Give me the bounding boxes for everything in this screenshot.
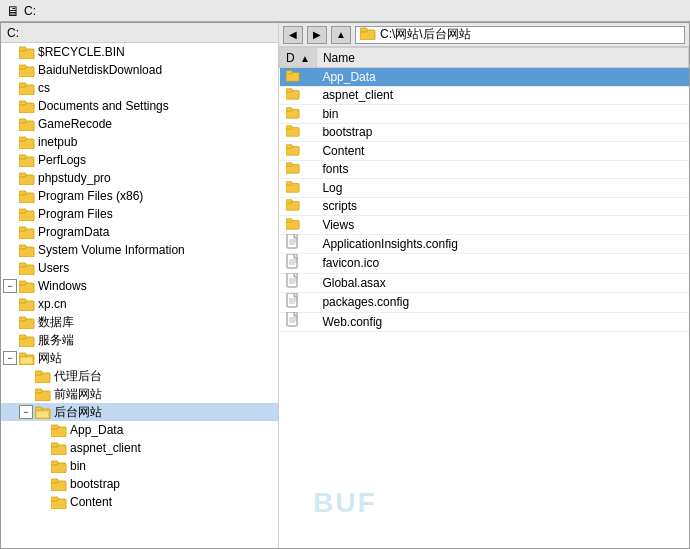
table-row[interactable]: packages.config (280, 293, 689, 313)
table-row[interactable]: Log (280, 179, 689, 198)
svg-rect-9 (19, 119, 26, 123)
tree-item[interactable]: xp.cn (1, 295, 278, 313)
expand-btn[interactable]: − (19, 405, 33, 419)
file-icon (286, 162, 300, 174)
file-icon (286, 294, 300, 306)
tree-item[interactable]: 前端网站 (1, 385, 278, 403)
tree-label: inetpub (38, 135, 77, 149)
tree-item[interactable]: Program Files (1, 205, 278, 223)
file-name-cell: bootstrap (316, 123, 688, 142)
table-row[interactable]: ApplicationInsights.config (280, 234, 689, 254)
tree-item[interactable]: − 后台网站 (1, 403, 278, 421)
folder-closed-icon (19, 136, 35, 148)
expand-btn[interactable]: − (3, 279, 17, 293)
tree-item[interactable]: bin (1, 457, 278, 475)
tree-item[interactable]: System Volume Information (1, 241, 278, 259)
file-icon-cell (280, 142, 317, 161)
file-icon (286, 255, 300, 267)
tree-item[interactable]: aspnet_client (1, 439, 278, 457)
folder-closed-icon (19, 316, 35, 328)
tree-item[interactable]: 数据库 (1, 313, 278, 331)
file-name-cell: Web.config (316, 312, 688, 332)
table-row[interactable]: Web.config (280, 312, 689, 332)
tree-container[interactable]: $RECYCLE.BIN BaiduNetdiskDownload cs Doc… (1, 43, 278, 548)
tree-item[interactable]: 服务端 (1, 331, 278, 349)
col-name[interactable]: Name (316, 48, 688, 68)
folder-closed-icon (19, 298, 35, 310)
tree-item[interactable]: ProgramData (1, 223, 278, 241)
tree-item[interactable]: Program Files (x86) (1, 187, 278, 205)
expand-btn[interactable]: − (3, 351, 17, 365)
tree-label: BaiduNetdiskDownload (38, 63, 162, 77)
tree-item[interactable]: Users (1, 259, 278, 277)
file-icon-cell (280, 86, 317, 105)
table-row[interactable]: Content (280, 142, 689, 161)
tree-label: 代理后台 (54, 368, 102, 385)
tree-item[interactable]: Documents and Settings (1, 97, 278, 115)
svg-rect-43 (36, 411, 49, 418)
tree-label: 数据库 (38, 314, 74, 331)
tree-item[interactable]: BaiduNetdiskDownload (1, 61, 278, 79)
table-row[interactable]: scripts (280, 197, 689, 216)
tree-item[interactable]: 代理后台 (1, 367, 278, 385)
tree-item[interactable]: Content (1, 493, 278, 511)
svg-rect-51 (51, 479, 58, 483)
table-row[interactable]: Views (280, 216, 689, 235)
tree-item[interactable]: inetpub (1, 133, 278, 151)
file-icon (286, 125, 300, 137)
tree-item[interactable]: bootstrap (1, 475, 278, 493)
table-row[interactable]: aspnet_client (280, 86, 689, 105)
file-icon-cell (280, 197, 317, 216)
svg-rect-49 (51, 461, 58, 465)
tree-label: bootstrap (70, 477, 120, 491)
tree-label: Documents and Settings (38, 99, 169, 113)
right-content[interactable]: D ▲ Name App_Data aspnet_client (279, 47, 689, 548)
file-icon (286, 106, 300, 118)
folder-closed-icon (19, 262, 35, 274)
svg-rect-27 (19, 281, 26, 285)
tree-item[interactable]: − Windows (1, 277, 278, 295)
svg-rect-5 (19, 83, 26, 87)
main-container: C: $RECYCLE.BIN BaiduNetdiskDownload cs (0, 22, 690, 549)
file-name-cell: bin (316, 105, 688, 124)
tree-label: ProgramData (38, 225, 109, 239)
tree-label: phpstudy_pro (38, 171, 111, 185)
svg-rect-25 (19, 263, 26, 267)
table-row[interactable]: fonts (280, 160, 689, 179)
title-bar: 🖥 C: (0, 0, 690, 22)
svg-rect-33 (19, 335, 26, 339)
tree-item[interactable]: PerfLogs (1, 151, 278, 169)
svg-rect-61 (286, 107, 292, 111)
folder-closed-icon (19, 280, 35, 292)
tree-item[interactable]: $RECYCLE.BIN (1, 43, 278, 61)
folder-closed-icon (51, 424, 67, 436)
folder-closed-icon (19, 82, 35, 94)
tree-item[interactable]: App_Data (1, 421, 278, 439)
tree-label: aspnet_client (70, 441, 141, 455)
svg-rect-40 (35, 389, 42, 393)
path-bar[interactable]: C:\网站\后台网站 (355, 26, 685, 44)
table-row[interactable]: bootstrap (280, 123, 689, 142)
folder-closed-icon (51, 478, 67, 490)
tree-item[interactable]: − 网站 (1, 349, 278, 367)
svg-rect-13 (19, 155, 26, 159)
up-button[interactable]: ▲ (331, 26, 351, 44)
file-name-cell: favicon.ico (316, 254, 688, 274)
folder-closed-icon (19, 226, 35, 238)
tree-item[interactable]: GameRecode (1, 115, 278, 133)
table-row[interactable]: bin (280, 105, 689, 124)
table-row[interactable]: App_Data (280, 68, 689, 87)
svg-rect-38 (35, 371, 42, 375)
back-button[interactable]: ◀ (283, 26, 303, 44)
file-icon-cell (280, 293, 317, 313)
svg-rect-35 (19, 353, 26, 357)
folder-closed-icon (35, 370, 51, 382)
table-row[interactable]: Global.asax (280, 273, 689, 293)
svg-rect-55 (360, 28, 367, 32)
forward-button[interactable]: ▶ (307, 26, 327, 44)
tree-item[interactable]: phpstudy_pro (1, 169, 278, 187)
folder-open-icon (35, 406, 51, 418)
col-d[interactable]: D ▲ (280, 48, 317, 68)
table-row[interactable]: favicon.ico (280, 254, 689, 274)
tree-item[interactable]: cs (1, 79, 278, 97)
